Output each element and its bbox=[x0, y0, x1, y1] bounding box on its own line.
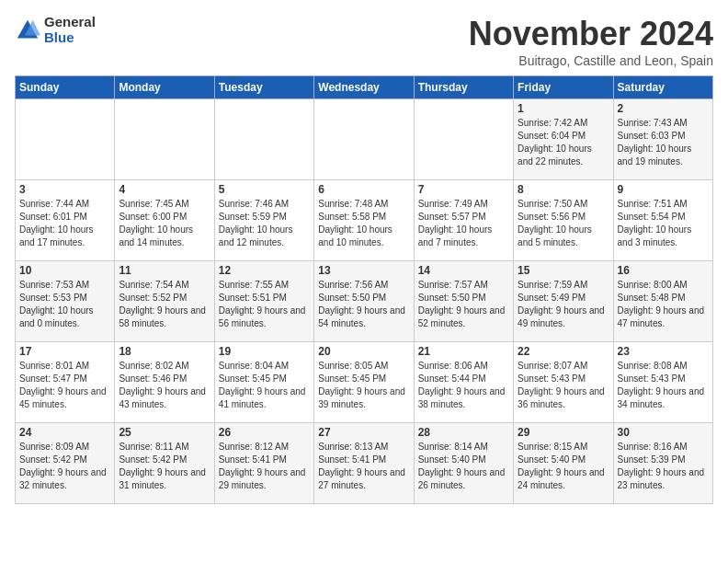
calendar-cell: 4Sunrise: 7:45 AM Sunset: 6:00 PM Daylig… bbox=[115, 180, 214, 261]
calendar-week-4: 24Sunrise: 8:09 AM Sunset: 5:42 PM Dayli… bbox=[16, 423, 713, 504]
logo-icon bbox=[15, 17, 40, 43]
day-number: 22 bbox=[518, 345, 609, 358]
cell-info: Sunrise: 7:42 AM Sunset: 6:04 PM Dayligh… bbox=[518, 117, 609, 168]
calendar-cell: 22Sunrise: 8:07 AM Sunset: 5:43 PM Dayli… bbox=[514, 342, 613, 423]
cell-info: Sunrise: 8:12 AM Sunset: 5:41 PM Dayligh… bbox=[219, 441, 310, 492]
day-number: 3 bbox=[19, 183, 110, 196]
cell-info: Sunrise: 7:55 AM Sunset: 5:51 PM Dayligh… bbox=[219, 279, 310, 330]
day-number: 17 bbox=[19, 345, 110, 358]
header-area: General Blue November 2024 Buitrago, Cas… bbox=[15, 15, 713, 68]
day-number: 19 bbox=[219, 345, 310, 358]
cell-info: Sunrise: 7:49 AM Sunset: 5:57 PM Dayligh… bbox=[418, 198, 509, 249]
day-number: 2 bbox=[618, 102, 709, 115]
calendar-cell bbox=[16, 99, 115, 180]
cell-info: Sunrise: 8:08 AM Sunset: 5:43 PM Dayligh… bbox=[618, 360, 709, 411]
calendar-cell: 9Sunrise: 7:51 AM Sunset: 5:54 PM Daylig… bbox=[613, 180, 712, 261]
calendar-header: SundayMondayTuesdayWednesdayThursdayFrid… bbox=[16, 76, 713, 99]
header-row: SundayMondayTuesdayWednesdayThursdayFrid… bbox=[16, 76, 713, 99]
cell-info: Sunrise: 7:56 AM Sunset: 5:50 PM Dayligh… bbox=[318, 279, 409, 330]
day-number: 20 bbox=[318, 345, 409, 358]
cell-info: Sunrise: 7:43 AM Sunset: 6:03 PM Dayligh… bbox=[618, 117, 709, 168]
calendar-table: SundayMondayTuesdayWednesdayThursdayFrid… bbox=[15, 75, 713, 504]
day-number: 5 bbox=[219, 183, 310, 196]
logo-general: General bbox=[44, 15, 96, 30]
header-cell-monday: Monday bbox=[115, 76, 214, 99]
calendar-cell: 23Sunrise: 8:08 AM Sunset: 5:43 PM Dayli… bbox=[613, 342, 712, 423]
day-number: 28 bbox=[418, 426, 509, 439]
day-number: 12 bbox=[219, 264, 310, 277]
calendar-cell: 27Sunrise: 8:13 AM Sunset: 5:41 PM Dayli… bbox=[314, 423, 414, 504]
cell-info: Sunrise: 7:51 AM Sunset: 5:54 PM Dayligh… bbox=[618, 198, 709, 249]
calendar-cell bbox=[414, 99, 513, 180]
logo-text: General Blue bbox=[44, 15, 96, 45]
calendar-cell: 24Sunrise: 8:09 AM Sunset: 5:42 PM Dayli… bbox=[16, 423, 115, 504]
logo-blue: Blue bbox=[44, 30, 96, 46]
calendar-cell: 29Sunrise: 8:15 AM Sunset: 5:40 PM Dayli… bbox=[514, 423, 613, 504]
day-number: 6 bbox=[318, 183, 409, 196]
title-area: November 2024 Buitrago, Castille and Leo… bbox=[469, 15, 713, 68]
calendar-cell bbox=[214, 99, 313, 180]
cell-info: Sunrise: 8:13 AM Sunset: 5:41 PM Dayligh… bbox=[318, 441, 409, 492]
calendar-cell: 7Sunrise: 7:49 AM Sunset: 5:57 PM Daylig… bbox=[414, 180, 513, 261]
day-number: 26 bbox=[219, 426, 310, 439]
header-cell-wednesday: Wednesday bbox=[314, 76, 414, 99]
header-cell-friday: Friday bbox=[514, 76, 613, 99]
day-number: 10 bbox=[19, 264, 110, 277]
cell-info: Sunrise: 8:09 AM Sunset: 5:42 PM Dayligh… bbox=[19, 441, 110, 492]
day-number: 30 bbox=[618, 426, 709, 439]
cell-info: Sunrise: 7:44 AM Sunset: 6:01 PM Dayligh… bbox=[19, 198, 110, 249]
cell-info: Sunrise: 7:46 AM Sunset: 5:59 PM Dayligh… bbox=[219, 198, 310, 249]
calendar-week-2: 10Sunrise: 7:53 AM Sunset: 5:53 PM Dayli… bbox=[16, 261, 713, 342]
location-subtitle: Buitrago, Castille and Leon, Spain bbox=[469, 53, 713, 68]
month-title: November 2024 bbox=[469, 15, 713, 53]
calendar-cell: 30Sunrise: 8:16 AM Sunset: 5:39 PM Dayli… bbox=[613, 423, 712, 504]
calendar-cell: 11Sunrise: 7:54 AM Sunset: 5:52 PM Dayli… bbox=[115, 261, 214, 342]
calendar-cell: 21Sunrise: 8:06 AM Sunset: 5:44 PM Dayli… bbox=[414, 342, 513, 423]
calendar-cell: 10Sunrise: 7:53 AM Sunset: 5:53 PM Dayli… bbox=[16, 261, 115, 342]
calendar-cell: 12Sunrise: 7:55 AM Sunset: 5:51 PM Dayli… bbox=[214, 261, 313, 342]
cell-info: Sunrise: 7:50 AM Sunset: 5:56 PM Dayligh… bbox=[518, 198, 609, 249]
calendar-week-1: 3Sunrise: 7:44 AM Sunset: 6:01 PM Daylig… bbox=[16, 180, 713, 261]
day-number: 25 bbox=[119, 426, 210, 439]
header-cell-tuesday: Tuesday bbox=[214, 76, 313, 99]
cell-info: Sunrise: 7:53 AM Sunset: 5:53 PM Dayligh… bbox=[19, 279, 110, 330]
header-cell-saturday: Saturday bbox=[613, 76, 712, 99]
day-number: 9 bbox=[618, 183, 709, 196]
calendar-cell: 13Sunrise: 7:56 AM Sunset: 5:50 PM Dayli… bbox=[314, 261, 414, 342]
day-number: 13 bbox=[318, 264, 409, 277]
cell-info: Sunrise: 8:06 AM Sunset: 5:44 PM Dayligh… bbox=[418, 360, 509, 411]
calendar-body: 1Sunrise: 7:42 AM Sunset: 6:04 PM Daylig… bbox=[16, 99, 713, 504]
day-number: 8 bbox=[518, 183, 609, 196]
cell-info: Sunrise: 8:01 AM Sunset: 5:47 PM Dayligh… bbox=[19, 360, 110, 411]
day-number: 27 bbox=[318, 426, 409, 439]
logo: General Blue bbox=[15, 15, 96, 45]
calendar-cell: 20Sunrise: 8:05 AM Sunset: 5:45 PM Dayli… bbox=[314, 342, 414, 423]
cell-info: Sunrise: 7:57 AM Sunset: 5:50 PM Dayligh… bbox=[418, 279, 509, 330]
day-number: 23 bbox=[618, 345, 709, 358]
calendar-week-0: 1Sunrise: 7:42 AM Sunset: 6:04 PM Daylig… bbox=[16, 99, 713, 180]
calendar-cell: 2Sunrise: 7:43 AM Sunset: 6:03 PM Daylig… bbox=[613, 99, 712, 180]
calendar-cell: 25Sunrise: 8:11 AM Sunset: 5:42 PM Dayli… bbox=[115, 423, 214, 504]
cell-info: Sunrise: 8:02 AM Sunset: 5:46 PM Dayligh… bbox=[119, 360, 210, 411]
header-cell-thursday: Thursday bbox=[414, 76, 513, 99]
header-cell-sunday: Sunday bbox=[16, 76, 115, 99]
day-number: 16 bbox=[618, 264, 709, 277]
day-number: 1 bbox=[518, 102, 609, 115]
cell-info: Sunrise: 8:00 AM Sunset: 5:48 PM Dayligh… bbox=[618, 279, 709, 330]
calendar-cell: 26Sunrise: 8:12 AM Sunset: 5:41 PM Dayli… bbox=[214, 423, 313, 504]
calendar-cell bbox=[314, 99, 414, 180]
cell-info: Sunrise: 7:48 AM Sunset: 5:58 PM Dayligh… bbox=[318, 198, 409, 249]
day-number: 7 bbox=[418, 183, 509, 196]
calendar-cell: 28Sunrise: 8:14 AM Sunset: 5:40 PM Dayli… bbox=[414, 423, 513, 504]
calendar-cell: 3Sunrise: 7:44 AM Sunset: 6:01 PM Daylig… bbox=[16, 180, 115, 261]
cell-info: Sunrise: 8:07 AM Sunset: 5:43 PM Dayligh… bbox=[518, 360, 609, 411]
day-number: 11 bbox=[119, 264, 210, 277]
cell-info: Sunrise: 8:05 AM Sunset: 5:45 PM Dayligh… bbox=[318, 360, 409, 411]
day-number: 24 bbox=[19, 426, 110, 439]
calendar-cell: 18Sunrise: 8:02 AM Sunset: 5:46 PM Dayli… bbox=[115, 342, 214, 423]
calendar-cell: 8Sunrise: 7:50 AM Sunset: 5:56 PM Daylig… bbox=[514, 180, 613, 261]
cell-info: Sunrise: 7:45 AM Sunset: 6:00 PM Dayligh… bbox=[119, 198, 210, 249]
day-number: 21 bbox=[418, 345, 509, 358]
cell-info: Sunrise: 8:04 AM Sunset: 5:45 PM Dayligh… bbox=[219, 360, 310, 411]
calendar-cell: 19Sunrise: 8:04 AM Sunset: 5:45 PM Dayli… bbox=[214, 342, 313, 423]
